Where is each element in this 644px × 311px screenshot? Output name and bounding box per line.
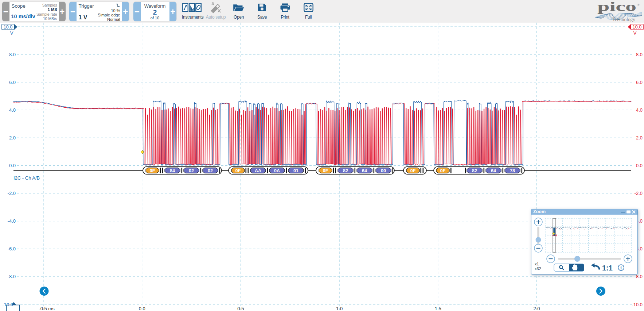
svg-text:4.0: 4.0 [636, 107, 643, 113]
svg-text:0F: 0F [410, 168, 416, 173]
svg-text:0.0: 0.0 [636, 163, 643, 168]
svg-text:02: 02 [208, 168, 213, 173]
svg-text:-10.0: -10.0 [2, 302, 13, 307]
svg-text:1:1: 1:1 [602, 264, 613, 272]
svg-text:®: ® [637, 3, 640, 7]
svg-text:0F: 0F [323, 168, 328, 173]
svg-text:64: 64 [362, 168, 367, 173]
svg-text:-0.5 ms: -0.5 ms [39, 306, 55, 311]
svg-text:6.0: 6.0 [9, 80, 16, 85]
svg-text:pico: pico [597, 0, 636, 14]
svg-text:0.0: 0.0 [139, 306, 145, 311]
svg-text:1.0: 1.0 [336, 306, 343, 311]
svg-text:V: V [10, 30, 13, 36]
svg-text:00: 00 [381, 168, 386, 173]
svg-text:2.0: 2.0 [9, 135, 16, 141]
svg-text:-6.0: -6.0 [8, 246, 16, 252]
svg-text:-8.0: -8.0 [8, 274, 16, 279]
svg-text:x32: x32 [535, 266, 541, 271]
svg-text:V: V [633, 30, 637, 36]
svg-text:0F: 0F [150, 168, 155, 173]
svg-text:0F: 0F [235, 168, 241, 173]
svg-text:1.5: 1.5 [435, 306, 441, 311]
svg-text:10.0: 10.0 [4, 24, 12, 30]
svg-text:AA: AA [255, 168, 261, 173]
svg-text:4.0: 4.0 [9, 107, 16, 113]
svg-text:-4.0: -4.0 [8, 218, 16, 224]
svg-text:2.0: 2.0 [636, 135, 643, 141]
svg-text:8.0: 8.0 [9, 52, 16, 57]
svg-text:-2.0: -2.0 [635, 191, 643, 196]
svg-text:82: 82 [472, 168, 477, 173]
svg-text:2.0: 2.0 [533, 306, 540, 311]
svg-text:8.0: 8.0 [636, 52, 643, 57]
svg-text:-2.0: -2.0 [8, 191, 16, 196]
svg-text:78: 78 [510, 168, 515, 173]
svg-text:x1: x1 [535, 262, 539, 266]
svg-text:01: 01 [293, 168, 298, 173]
svg-text:82: 82 [343, 168, 348, 173]
svg-text:64: 64 [491, 168, 496, 173]
svg-text:0.5: 0.5 [237, 306, 244, 311]
svg-text:84: 84 [170, 168, 175, 173]
svg-text:-10.0: -10.0 [632, 302, 643, 307]
svg-text:0F: 0F [440, 168, 446, 173]
svg-text:0.0: 0.0 [9, 163, 16, 168]
svg-text:6.0: 6.0 [636, 80, 643, 85]
svg-text:10.0: 10.0 [633, 24, 641, 30]
svg-text:0A: 0A [274, 168, 280, 173]
svg-text:02: 02 [189, 168, 194, 173]
svg-text:I2C - Ch A/B: I2C - Ch A/B [13, 175, 40, 181]
svg-text:Technology: Technology [612, 17, 635, 22]
